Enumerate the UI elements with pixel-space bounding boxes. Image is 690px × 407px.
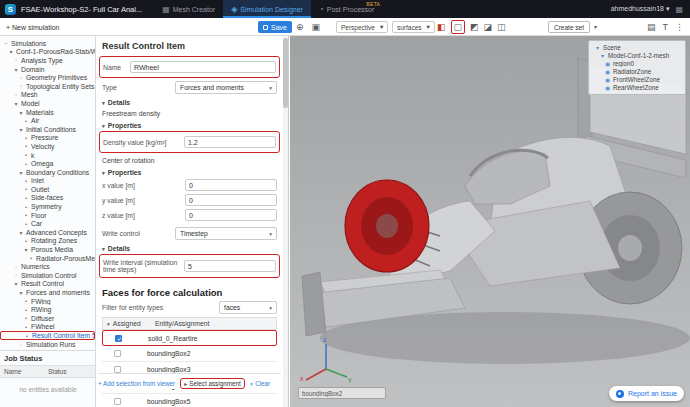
tree-item[interactable]: • Floor	[0, 211, 95, 220]
visibility-eye-icon[interactable]: ◉	[604, 60, 611, 67]
tree-item[interactable]: ◦ Analysis Type	[0, 56, 95, 65]
tree-item[interactable]: ◦ Numerics	[0, 262, 95, 271]
new-simulation-button[interactable]: + New simulation	[6, 24, 60, 31]
visibility-eye-icon[interactable]: ▾	[599, 52, 606, 59]
box-select-icon[interactable]: ▢	[451, 20, 466, 34]
tree-item[interactable]: • Symmetry	[0, 202, 95, 211]
tab-post-processor[interactable]: ◔ Post Processor BETA	[311, 0, 382, 18]
density-input[interactable]	[184, 136, 276, 148]
list-view-icon[interactable]: ▤	[647, 21, 656, 33]
assignment-row[interactable]: boundingBox5	[102, 394, 277, 407]
scene-tree-item[interactable]: ◉ RadiatorZone	[591, 67, 683, 75]
name-input[interactable]	[130, 61, 276, 73]
apps-grid-icon[interactable]: ▦	[675, 5, 683, 14]
tree-item[interactable]: ▾ Result Control	[0, 280, 95, 289]
row-checkbox[interactable]	[114, 350, 121, 357]
properties-section-header[interactable]: ▾ Properties	[102, 122, 277, 129]
y-value-input[interactable]	[185, 194, 277, 206]
isolate-selection-icon[interactable]: ◪	[484, 21, 493, 33]
tree-item[interactable]: ◦ Geometry Primitives	[0, 73, 95, 82]
properties-section-header[interactable]: ▾ Properties	[102, 169, 277, 176]
tree-item[interactable]: ◦ Mesh	[0, 91, 95, 100]
tree-item[interactable]: • Velocity	[0, 142, 95, 151]
tree-item[interactable]: ◦ Topological Entity Sets	[0, 82, 95, 91]
hide-selection-icon[interactable]: ◩	[470, 21, 479, 33]
tree-item[interactable]: ▾ Materials	[0, 108, 95, 117]
tree-item[interactable]: • Diffuser	[0, 314, 95, 323]
tree-item[interactable]: ▾ Porous Media	[0, 245, 95, 254]
tree-item[interactable]: ▾ Conf-1-PorousRad-Stab/Wheels	[0, 48, 95, 57]
visibility-eye-icon[interactable]: ◉	[604, 76, 611, 83]
orientation-axes: z x y	[298, 335, 354, 383]
chevron-down-icon[interactable]: ▾	[594, 21, 597, 33]
select-assignment-button[interactable]: ▸ Select assignment	[180, 378, 244, 389]
tree-item[interactable]: ▾ Forces and moments	[0, 288, 95, 297]
visibility-eye-icon[interactable]: ◉	[604, 68, 611, 75]
tree-item[interactable]: • Car	[0, 219, 95, 228]
write-interval-input[interactable]	[184, 260, 276, 272]
tree-item[interactable]: ◦ Simulation Control	[0, 271, 95, 280]
report-issue-button[interactable]: Report an issue	[609, 386, 684, 401]
text-tool-icon[interactable]: T	[663, 21, 669, 33]
scene-tree-item[interactable]: ◉ RearWheelZone	[591, 83, 683, 91]
scene-tree-item[interactable]: ▾ Scene	[591, 43, 683, 51]
tree-item[interactable]: ▾ Advanced Concepts	[0, 228, 95, 237]
viewport-filter-input[interactable]	[298, 387, 386, 399]
tree-item[interactable]: • Result Control Item 5	[0, 331, 95, 340]
3d-viewport[interactable]: ▾ Scene ▾ Model-Conf-1-2-mesh ◉ region0 …	[290, 36, 690, 407]
tree-item[interactable]: • Side-faces	[0, 194, 95, 203]
tab-mesh-creator[interactable]: ▦ Mesh Creator	[154, 0, 223, 18]
app-logo-icon[interactable]: S	[5, 4, 16, 15]
entity-type-select[interactable]: faces ▾	[219, 301, 277, 314]
row-checkbox[interactable]	[114, 398, 121, 405]
cursor-icon: ▸	[184, 380, 187, 387]
user-menu[interactable]: ahmedhussain18 ▾	[611, 5, 670, 13]
tree-item[interactable]: • RWing	[0, 305, 95, 314]
details-section-header[interactable]: ▾ Details	[102, 99, 277, 106]
paint-faces-icon[interactable]: ◧	[437, 21, 446, 33]
row-checkbox[interactable]	[114, 366, 121, 373]
assignment-row[interactable]: boundingBox2	[102, 346, 277, 362]
scene-tree-item[interactable]: ▾ Model-Conf-1-2-mesh	[591, 51, 683, 59]
clear-button[interactable]: × Clear	[250, 380, 271, 387]
z-value-input[interactable]	[185, 209, 277, 221]
perspective-select[interactable]: Perspective ▾	[336, 21, 388, 33]
create-set-button[interactable]: Create set	[548, 21, 590, 33]
tree-item[interactable]: • Omega	[0, 159, 95, 168]
row-checkbox[interactable]	[115, 335, 122, 342]
tree-item[interactable]: • Inlet	[0, 177, 95, 186]
tree-item[interactable]: ▾ Domain	[0, 65, 95, 74]
tree-item[interactable]: • Rotating Zones	[0, 237, 95, 246]
tree-item[interactable]: • Radiator-PorousMedium	[0, 254, 95, 263]
zoom-in-icon[interactable]: ⊕	[296, 21, 304, 33]
panel-scrollbar[interactable]	[283, 36, 288, 407]
clip-plane-icon[interactable]: ◫	[497, 21, 506, 33]
scene-tree-item[interactable]: ◉ region0	[591, 59, 683, 67]
tree-item[interactable]: • k	[0, 151, 95, 160]
tab-simulation-designer[interactable]: ◈ Simulation Designer	[223, 0, 311, 18]
tree-item[interactable]: • Pressure	[0, 134, 95, 143]
tree-item[interactable]: • Air	[0, 116, 95, 125]
caret-down-icon[interactable]: ▾	[107, 321, 110, 327]
save-button[interactable]: Save	[258, 21, 292, 33]
visibility-eye-icon[interactable]: ◉	[604, 84, 611, 91]
write-control-select[interactable]: Timestep ▾	[175, 227, 277, 240]
tree-item[interactable]: ▾ Model	[0, 99, 95, 108]
more-options-icon[interactable]: ⋮	[675, 21, 684, 33]
tree-item[interactable]: ◦ Simulation Runs	[0, 340, 95, 349]
tree-item[interactable]: ▾ Boundary Conditions	[0, 168, 95, 177]
type-select[interactable]: Forces and moments ▾	[175, 81, 277, 94]
tree-item[interactable]: • FWheel	[0, 323, 95, 332]
tree-item[interactable]: • FWing	[0, 297, 95, 306]
visibility-eye-icon[interactable]: ▾	[594, 44, 601, 51]
tree-item[interactable]: • Outlet	[0, 185, 95, 194]
render-mode-select[interactable]: surfaces ▾	[392, 21, 435, 33]
add-selection-button[interactable]: + Add selection from viewer	[98, 380, 175, 387]
zoom-fit-icon[interactable]: ▣	[312, 21, 321, 33]
tree-item[interactable]: ▾ Initial Conditions	[0, 125, 95, 134]
assignment-row[interactable]: solid_0_Reartire	[102, 330, 277, 346]
tree-item[interactable]: − Simulations	[0, 39, 95, 48]
details-section-header[interactable]: ▾ Details	[102, 245, 277, 252]
x-value-input[interactable]	[185, 179, 277, 191]
scene-tree-item[interactable]: ◉ FrontWheelZone	[591, 75, 683, 83]
